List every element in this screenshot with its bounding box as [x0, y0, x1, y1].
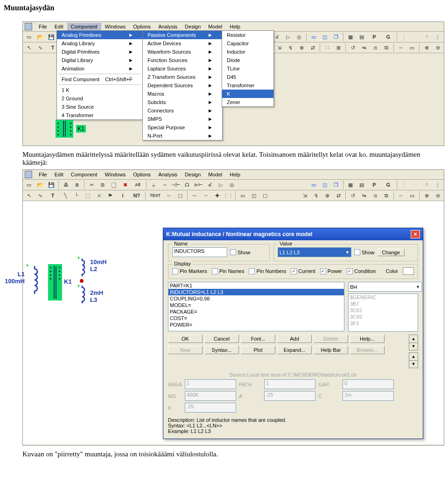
zoom-rect-icon[interactable]: ▭ [408, 43, 416, 52]
info-icon[interactable]: i [117, 191, 128, 200]
param-part[interactable]: PART=K1 [168, 282, 344, 289]
window1-icon[interactable]: ▭ [309, 33, 318, 41]
name-show-check[interactable]: Show [230, 249, 251, 255]
link-icon[interactable]: ⇄ [334, 191, 343, 200]
menu-analysis[interactable]: Analysis [154, 171, 181, 178]
menu-file[interactable]: File [35, 171, 51, 178]
chk-current[interactable]: ✓Current [291, 268, 315, 274]
menu-edit[interactable]: Edit [51, 171, 67, 178]
comp-icon[interactable]: ▦ [346, 181, 355, 189]
chk-pinnames[interactable]: Pin Names [212, 268, 245, 274]
menu-component[interactable]: Component [67, 171, 101, 178]
help-icon[interactable]: N? [131, 191, 142, 200]
param-inductors[interactable]: INDUCTORS=L1 L2 L3 [168, 289, 344, 295]
btn-g[interactable]: G [383, 181, 394, 189]
menu-options[interactable]: Options [129, 23, 154, 30]
opamp-icon[interactable]: ▷ [284, 33, 292, 41]
submenu-function[interactable]: Function Sources▶ [143, 56, 222, 64]
dialog-titlebar[interactable]: K:Mutual inductance / Nonlinear magnetic… [163, 228, 423, 240]
wire-icon[interactable]: ∿ [36, 191, 44, 200]
comp-k[interactable]: K [222, 90, 273, 98]
line-icon[interactable]: ╲ [61, 191, 70, 200]
window3-icon[interactable]: ❐ [332, 33, 340, 41]
source-icon[interactable]: ◎ [295, 33, 303, 41]
menu-analysis[interactable]: Analysis [154, 23, 181, 30]
mirror-icon[interactable]: ⇋ [360, 43, 368, 52]
param-cost[interactable]: COST= [168, 315, 344, 321]
chk-pinnumbers[interactable]: Pin Numbers [249, 268, 286, 274]
menu-help[interactable]: Help [226, 23, 244, 30]
menu-windows[interactable]: Windows [101, 171, 130, 178]
font-button[interactable]: Font... [241, 335, 275, 343]
corner-icon[interactable]: └ [72, 191, 81, 200]
delete-icon[interactable]: ✖ [121, 181, 129, 189]
new-file-icon[interactable]: ▭ [25, 33, 33, 41]
menu-find-component[interactable]: Find ComponentCtrl+Shift+F [57, 75, 143, 84]
draw-grid-icon[interactable]: ⋮⋮ [224, 191, 232, 200]
menu-help[interactable]: Help [226, 171, 244, 178]
draw-line-icon[interactable]: ─ [190, 191, 199, 200]
text-mode[interactable]: TEXT [148, 191, 162, 200]
draw-plus-icon[interactable]: ✚ [213, 191, 221, 200]
ok-button[interactable]: OK [168, 335, 203, 343]
param-package[interactable]: PACKAGE= [168, 308, 344, 315]
btn-p[interactable]: P [369, 181, 380, 189]
menu-digital-primitives[interactable]: Digital Primitives▶ [57, 48, 143, 56]
value-field[interactable]: L1 L2 L3▼ [278, 247, 351, 257]
menu-analog-library[interactable]: Analog Library▶ [57, 39, 143, 48]
group-icon[interactable]: ⧈ [371, 43, 379, 52]
copy-icon[interactable]: ⧉ [98, 181, 107, 189]
calc-icon[interactable]: ▤ [357, 181, 366, 189]
menu-recent-2[interactable]: 2 Ground [57, 94, 143, 103]
helpbar-button[interactable]: Help Bar [314, 346, 348, 354]
grid-icon[interactable]: ∷ [323, 43, 331, 52]
zoom-out-icon[interactable]: ⊖ [434, 191, 442, 200]
pointer-icon[interactable]: ↖ [25, 43, 33, 52]
text-tool[interactable]: T [47, 191, 58, 200]
menu-windows[interactable]: Windows [101, 23, 130, 30]
zoom-rect-icon[interactable]: ▭ [408, 191, 416, 200]
preview-icon[interactable]: 🗎 [73, 181, 81, 189]
zoom-out-icon[interactable]: ⊖ [434, 43, 442, 52]
param-coupling[interactable]: COUPLING=0.98 [168, 295, 344, 302]
probe-icon[interactable]: ⇲ [275, 43, 283, 52]
menu-digital-library[interactable]: Digital Library▶ [57, 56, 143, 64]
comp-tline[interactable]: TLine [222, 64, 273, 73]
comp-resistor[interactable]: Resistor [222, 31, 273, 39]
cancel-button[interactable]: Cancel [204, 335, 239, 343]
wire-icon[interactable]: ∿ [36, 43, 44, 52]
close-icon[interactable]: × [411, 230, 420, 238]
spinner-1[interactable]: ▲▼ [409, 335, 418, 350]
ungroup-icon[interactable]: ⧉ [382, 191, 391, 200]
window2-icon[interactable]: ◫ [321, 33, 329, 41]
comp-transformer[interactable]: Transformer [222, 81, 273, 90]
rect3-icon[interactable]: ▢ [261, 191, 269, 200]
menu-design[interactable]: Design [181, 171, 204, 178]
fit-icon[interactable]: ↔ [397, 191, 405, 200]
zoom-in-icon[interactable]: ⊕ [422, 43, 431, 52]
ungroup-icon[interactable]: ⧉ [382, 43, 391, 52]
syntax-button[interactable]: Syntax... [204, 346, 239, 354]
menu-recent-4[interactable]: 4 Transformer [57, 111, 143, 119]
comp-zener[interactable]: Zener [222, 98, 273, 106]
cap-icon[interactable]: ⊣⊢ [172, 181, 180, 189]
rect1-icon[interactable]: ▭ [238, 191, 247, 200]
node-icon[interactable]: ⊕ [297, 43, 306, 52]
group-icon[interactable]: ⧈ [371, 191, 379, 200]
scope-icon[interactable]: ↯ [312, 191, 320, 200]
comp-diode[interactable]: Diode [222, 56, 273, 64]
scope-icon[interactable]: ↯ [286, 43, 294, 52]
move-icon[interactable]: ↔ [165, 191, 173, 200]
zoom-in-icon[interactable]: ⊕ [422, 191, 431, 200]
menu-animation[interactable]: Animation▶ [57, 64, 143, 73]
save-file-icon[interactable]: 💾 [47, 181, 56, 189]
menu-analog-primitives[interactable]: Analog Primitives▶ [57, 31, 143, 39]
calc-icon[interactable]: ▤ [357, 33, 366, 41]
model-combo[interactable]: BH▼ [348, 282, 422, 292]
submenu-waveform[interactable]: Waveform Sources▶ [143, 48, 222, 56]
menu-model[interactable]: Model [204, 171, 226, 178]
component-icon[interactable]: ▦ [346, 33, 355, 41]
res-icon[interactable]: ∼ [161, 181, 169, 189]
new-file-icon[interactable]: ▭ [25, 181, 33, 189]
param-model[interactable]: MODEL= [168, 302, 344, 308]
